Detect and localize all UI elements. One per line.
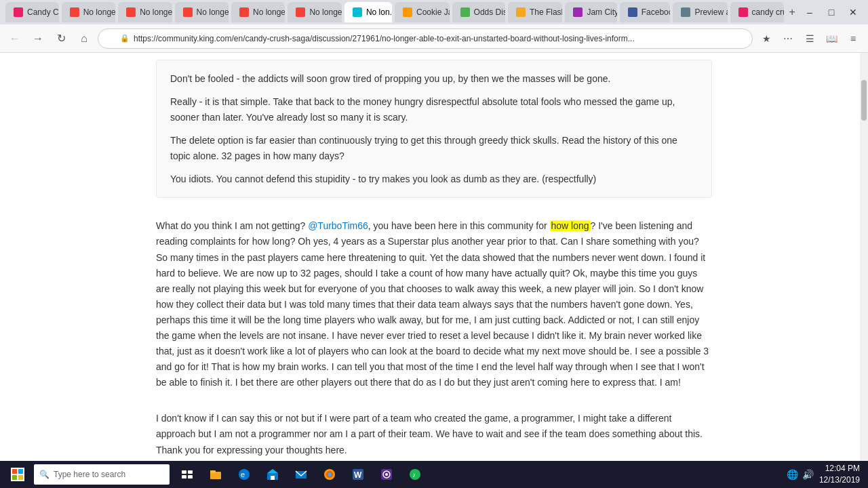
tab-favicon xyxy=(738,7,748,17)
tab-label: Candy Cr... xyxy=(27,7,59,17)
taskbar: 🔍 Type here to search xyxy=(0,461,868,488)
comment-suffix: , you have been here in this community f… xyxy=(156,220,709,388)
svg-rect-6 xyxy=(182,475,186,479)
scrollbar-right[interactable] xyxy=(860,53,868,461)
svg-text:e: e xyxy=(241,470,245,479)
comment-text-2: I don't know if I can say this or not bu… xyxy=(156,411,712,458)
tab-cookie[interactable]: Cookie Ja... ✕ xyxy=(395,2,450,22)
svg-rect-4 xyxy=(182,470,186,474)
tab-favicon xyxy=(183,7,193,17)
main-content: Don't be fooled - the addicts will soon … xyxy=(0,53,868,461)
firefox-button[interactable] xyxy=(316,462,343,487)
tab-label: No longer... xyxy=(309,7,341,17)
svg-point-23 xyxy=(385,473,388,476)
svg-text:♪: ♪ xyxy=(412,471,416,479)
tab-label: Facebook xyxy=(642,7,671,17)
file-explorer-button[interactable] xyxy=(202,462,229,487)
tab-no-longer-4[interactable]: No longer... ✕ xyxy=(231,2,285,22)
tab-active-king[interactable]: No lon... ✕ xyxy=(344,2,392,22)
svg-rect-1 xyxy=(18,469,23,474)
tab-candy-crush[interactable]: Candy Cr... ✕ xyxy=(5,2,59,22)
word-button[interactable]: W xyxy=(344,462,372,487)
reader-view-icon[interactable]: 📖 xyxy=(822,29,841,48)
network-icon: 🌐 xyxy=(787,469,798,480)
tab-favicon xyxy=(239,7,249,17)
url-text: https://community.king.com/en/candy-crus… xyxy=(134,34,635,43)
comment-prefix: What do you think I am not getting? xyxy=(156,220,308,231)
maximize-button[interactable]: □ xyxy=(822,3,841,22)
music-button[interactable]: ♪ xyxy=(401,462,429,487)
tab-facebook[interactable]: Facebook ✕ xyxy=(620,2,671,22)
back-button[interactable]: ← xyxy=(5,29,24,48)
search-placeholder: Type here to search xyxy=(54,470,125,479)
home-button[interactable]: ⌂ xyxy=(75,29,94,48)
svg-rect-7 xyxy=(188,475,193,479)
nav-bar: ← → ↻ ⌂ 🔒 https://community.king.com/en/… xyxy=(0,24,868,53)
minimize-button[interactable]: – xyxy=(800,3,819,22)
mail-button[interactable] xyxy=(288,462,315,487)
forward-button[interactable]: → xyxy=(28,29,47,48)
windows-logo xyxy=(11,468,24,481)
post-text-3: The delete option is far easier than con… xyxy=(170,133,698,163)
taskbar-apps: e xyxy=(174,462,429,487)
reload-button[interactable]: ↻ xyxy=(52,29,71,48)
highlight-how-long: how long xyxy=(550,220,591,231)
start-button[interactable] xyxy=(3,462,33,487)
svg-rect-2 xyxy=(12,475,17,480)
sidebar-icon[interactable]: ☰ xyxy=(800,29,819,48)
taskbar-date-text: 12/13/2019 xyxy=(819,474,860,486)
taskbar-search[interactable]: 🔍 Type here to search xyxy=(34,464,170,485)
tab-no-longer-5[interactable]: No longer... ✕ xyxy=(288,2,341,22)
post-text-1: Don't be fooled - the addicts will soon … xyxy=(170,71,698,86)
content-area: Don't be fooled - the addicts will soon … xyxy=(0,53,868,461)
mention-turbotim[interactable]: @TurboTim66 xyxy=(308,220,368,231)
taskbar-right: 🌐 🔊 12:04 PM 12/13/2019 xyxy=(787,463,865,486)
volume-icon: 🔊 xyxy=(802,469,814,480)
tab-favicon xyxy=(14,7,23,17)
menu-button[interactable]: ≡ xyxy=(844,29,863,48)
svg-text:W: W xyxy=(354,470,362,480)
tab-preview[interactable]: Preview a... ✕ xyxy=(673,2,727,22)
bookmarks-icon[interactable]: ★ xyxy=(757,29,776,48)
new-tab-button[interactable]: + xyxy=(787,3,797,22)
tab-flash[interactable]: The Flash... ✕ xyxy=(508,2,563,22)
tab-odds[interactable]: Odds Dis... ✕ xyxy=(452,2,505,22)
tab-favicon xyxy=(126,7,136,17)
post-block-quoted: Don't be fooled - the addicts will soon … xyxy=(156,60,712,198)
tab-favicon xyxy=(516,7,526,17)
taskbar-clock: 12:04 PM 12/13/2019 xyxy=(819,463,860,486)
tab-candy-2[interactable]: candy cru... ✕ xyxy=(730,2,785,22)
edge-button[interactable]: e xyxy=(231,462,258,487)
tab-jam[interactable]: Jam City... ✕ xyxy=(565,2,616,22)
tab-favicon xyxy=(353,7,362,17)
svg-rect-5 xyxy=(188,470,193,474)
title-bar: Candy Cr... ✕ No longer... ✕ No longer..… xyxy=(0,0,868,24)
scrollbar-thumb[interactable] xyxy=(861,80,867,121)
tab-no-longer-2[interactable]: No longer... ✕ xyxy=(118,2,172,22)
tab-favicon xyxy=(628,7,637,17)
security-icon: 🔒 xyxy=(120,34,130,43)
tab-label: No longer... xyxy=(140,7,172,17)
tab-no-longer-1[interactable]: No longer... ✕ xyxy=(62,2,115,22)
search-icon: 🔍 xyxy=(39,470,50,479)
tab-label: Cookie Ja... xyxy=(416,7,450,17)
tab-label: Preview a... xyxy=(694,7,727,17)
tab-no-longer-3[interactable]: No longer... ✕ xyxy=(175,2,229,22)
tab-favicon xyxy=(403,7,412,17)
extensions-icon[interactable]: ⋯ xyxy=(778,29,797,48)
tab-favicon xyxy=(296,7,305,17)
comment-block-1: What do you think I am not getting? @Tur… xyxy=(156,211,712,397)
svg-rect-14 xyxy=(271,476,275,480)
svg-rect-0 xyxy=(12,469,17,474)
games-button[interactable] xyxy=(373,462,400,487)
tab-label: candy cru... xyxy=(752,7,785,17)
tab-label: Odds Dis... xyxy=(474,7,505,17)
article-wrapper: Don't be fooled - the addicts will soon … xyxy=(142,53,726,461)
store-button[interactable] xyxy=(259,462,286,487)
nav-icons: ★ ⋯ ☰ 📖 ≡ xyxy=(757,29,863,48)
close-window-button[interactable]: ✕ xyxy=(844,3,863,22)
address-bar[interactable]: 🔒 https://community.king.com/en/candy-cr… xyxy=(98,28,753,49)
taskview-button[interactable] xyxy=(174,462,201,487)
tab-label: No lon... xyxy=(366,7,392,17)
tab-favicon xyxy=(460,7,470,17)
